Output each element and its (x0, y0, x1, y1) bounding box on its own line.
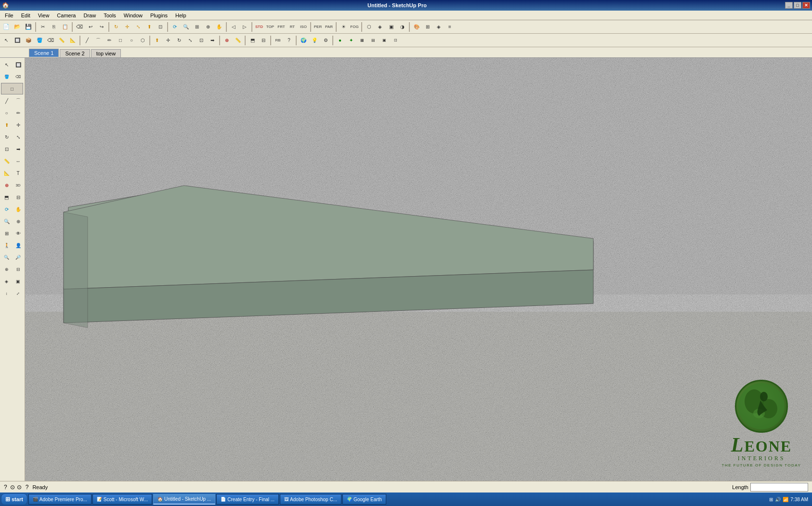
tb-wireframe[interactable]: ⬡ (364, 22, 374, 32)
lt-pushpull[interactable]: ⬆ (1, 119, 12, 131)
tb2-component[interactable]: 📦 (23, 35, 34, 46)
tb-next-view[interactable]: ▷ (239, 22, 250, 32)
menu-edit[interactable]: Edit (17, 12, 34, 19)
menu-file[interactable]: File (1, 12, 17, 19)
tb-zoom-extents[interactable]: ⊞ (192, 22, 202, 32)
lt-arc[interactable]: ⌒ (13, 95, 24, 107)
taskbar-photoshop[interactable]: 🖼 Adobe Photoshop C... (280, 494, 341, 505)
lt-zoom[interactable]: 🔍 (1, 215, 12, 227)
tb-layers[interactable]: ≡ (445, 22, 455, 32)
lt-tool-d[interactable]: ⊟ (13, 264, 24, 275)
lt-walk[interactable]: 🚶 (1, 240, 12, 251)
tb2-rotate[interactable]: ↻ (174, 35, 184, 46)
tb-redo[interactable]: ↪ (96, 22, 107, 32)
tb-zoom[interactable]: ⊕ (203, 22, 213, 32)
tb2-tool1[interactable]: ▦ (357, 35, 367, 46)
lt-look[interactable]: 👤 (13, 240, 24, 251)
tb2-line[interactable]: ╱ (82, 35, 92, 46)
lt-tape[interactable]: 📏 (1, 155, 12, 167)
lt-select[interactable]: ↖ (1, 59, 12, 70)
tb-paste[interactable]: 📋 (60, 22, 70, 32)
tb-top-view[interactable]: TOP (265, 22, 275, 32)
tb-parallel[interactable]: PAR (324, 22, 334, 32)
scene-tab-1[interactable]: Scene 1 (29, 49, 59, 57)
tb2-tool2[interactable]: ▤ (368, 35, 379, 46)
tb2-light[interactable]: 💡 (309, 35, 320, 46)
maximize-button[interactable]: □ (794, 2, 801, 9)
tb2-polygon[interactable]: ⬡ (137, 35, 148, 46)
lt-tool-f[interactable]: ▣ (13, 276, 24, 287)
tb-zoom-window[interactable]: 🔍 (181, 22, 191, 32)
menu-draw[interactable]: Draw (79, 12, 100, 19)
tb2-move[interactable]: ✛ (163, 35, 173, 46)
menu-tools[interactable]: Tools (100, 12, 120, 19)
menu-help[interactable]: Help (171, 12, 190, 19)
tb-front-view[interactable]: FRT (276, 22, 287, 32)
tb2-green1[interactable]: ● (335, 35, 345, 46)
tb2-offset[interactable]: ⊡ (196, 35, 207, 46)
tb-undo[interactable]: ↩ (85, 22, 96, 32)
lt-protractor[interactable]: 📐 (1, 167, 12, 179)
taskbar-google-earth[interactable]: 🌍 Google Earth (342, 494, 386, 505)
tb-save[interactable]: 💾 (23, 22, 34, 32)
tb-scale[interactable]: ⤡ (133, 22, 144, 32)
lt-zoom-win[interactable]: ⊕ (13, 215, 24, 227)
lt-select2[interactable]: 🔲 (13, 59, 24, 70)
lt-section2[interactable]: ⊟ (13, 191, 24, 203)
tb-right-view[interactable]: RT (287, 22, 298, 32)
tb-components[interactable]: ⊞ (422, 22, 433, 32)
lt-orbit[interactable]: ⟳ (1, 203, 12, 215)
taskbar-sketchup[interactable]: 🏠 Untitled - SketchUp ... (153, 494, 215, 505)
lt-freehand[interactable]: ✏ (13, 107, 24, 119)
tb2-section[interactable]: ⬒ (247, 35, 258, 46)
scene-tab-top[interactable]: top view (91, 49, 121, 57)
tb2-select[interactable]: ↖ (1, 35, 12, 46)
lt-paint[interactable]: 🪣 (1, 71, 12, 82)
tb-open[interactable]: 📂 (12, 22, 23, 32)
tb2-axes[interactable]: ⊕ (222, 35, 232, 46)
length-input[interactable] (750, 483, 808, 492)
tb2-tape[interactable]: 📏 (56, 35, 67, 46)
tb2-protractor[interactable]: 📐 (67, 35, 78, 46)
minimize-button[interactable]: _ (785, 2, 793, 9)
tb-materials[interactable]: 🎨 (411, 22, 422, 32)
lt-plugin2[interactable]: ⤢ (13, 288, 24, 299)
lt-rect[interactable]: □ (1, 83, 23, 94)
tb-pan[interactable]: ✋ (214, 22, 224, 32)
lt-offset[interactable]: ⊡ (1, 143, 12, 155)
lt-axes[interactable]: ⊕ (1, 179, 12, 191)
scene-tab-2[interactable]: Scene 2 (60, 49, 90, 57)
lt-zoom-ext[interactable]: ⊞ (1, 227, 12, 239)
tb2-geo[interactable]: 🌍 (298, 35, 309, 46)
taskbar-premiere[interactable]: 🎬 Adobe Premiere Pro... (28, 494, 92, 505)
tb-fog[interactable]: FOG (349, 22, 360, 32)
tb2-circle[interactable]: ○ (126, 35, 137, 46)
start-button[interactable]: ⊞ start (1, 493, 27, 505)
tb2-erase[interactable]: ⌫ (45, 35, 56, 46)
tb-styles[interactable]: ◈ (433, 22, 444, 32)
tb2-rect[interactable]: □ (115, 35, 126, 46)
taskbar-word[interactable]: 📝 Scott - Microsoft W... (92, 494, 152, 505)
menu-camera[interactable]: Camera (53, 12, 79, 19)
tb-pushpull[interactable]: ⬆ (144, 22, 155, 32)
lt-pan[interactable]: ✋ (13, 203, 24, 215)
lt-section[interactable]: ⬒ (1, 191, 12, 203)
lt-dimensions[interactable]: ↔ (13, 155, 24, 167)
tb2-tool3[interactable]: ▣ (379, 35, 390, 46)
tb-textured[interactable]: ▣ (386, 22, 396, 32)
tb2-section2[interactable]: ⊟ (258, 35, 269, 46)
lt-followme[interactable]: ➡ (13, 143, 24, 155)
menu-view[interactable]: View (34, 12, 53, 19)
tb-shadows[interactable]: ☀ (338, 22, 349, 32)
lt-line[interactable]: ╱ (1, 95, 12, 107)
tb2-pushpull[interactable]: ⬆ (152, 35, 162, 46)
menu-window[interactable]: Window (120, 12, 146, 19)
lt-text[interactable]: T (13, 167, 24, 179)
tb-shaded[interactable]: ◈ (375, 22, 385, 32)
lt-tool-b[interactable]: 🔎 (13, 252, 24, 263)
viewport[interactable]: LEONE INTERIORS THE FUTURE OF DESIGN TOD… (25, 58, 812, 481)
lt-erase[interactable]: ⌫ (13, 71, 24, 82)
tb2-green2[interactable]: ✦ (346, 35, 356, 46)
tb-erase[interactable]: ⌫ (74, 22, 85, 32)
lt-plugin1[interactable]: ↕ (1, 288, 12, 299)
